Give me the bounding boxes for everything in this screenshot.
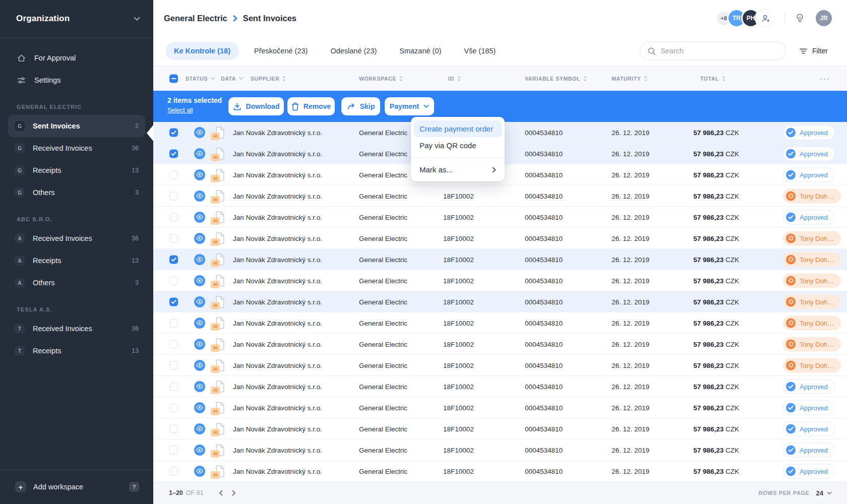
table-row[interactable]: AIJan Novák Zdravotnický s.r.o.General E… [153, 270, 847, 291]
lightbulb-button[interactable] [795, 13, 805, 24]
status-badge[interactable]: Approved [783, 443, 835, 457]
help-button[interactable]: ? [129, 482, 139, 492]
preview-button[interactable] [194, 445, 205, 456]
table-row[interactable]: AIJan Novák Zdravotnický s.r.o.General E… [153, 249, 847, 270]
row-checkbox[interactable] [169, 340, 178, 348]
document-attachment-icon[interactable]: AI [215, 295, 225, 308]
sidebar-item-general-electric-receipts[interactable]: GReceipts13 [8, 159, 145, 181]
skip-button[interactable]: Skip [341, 97, 380, 115]
table-row[interactable]: AIJan Novák Zdravotnický s.r.o.General E… [153, 418, 847, 439]
row-checkbox[interactable] [169, 467, 178, 475]
next-page-button[interactable] [232, 490, 236, 496]
row-checkbox[interactable] [169, 234, 178, 242]
select-all-link[interactable]: Select all [167, 107, 222, 114]
row-checkbox[interactable] [169, 361, 178, 369]
preview-button[interactable] [194, 360, 205, 371]
row-checkbox[interactable] [169, 255, 178, 264]
tab-p-esko-en-23[interactable]: Přeskočené (23) [247, 42, 315, 59]
document-attachment-icon[interactable]: AI [215, 401, 225, 414]
row-checkbox[interactable] [169, 382, 178, 391]
row-checkbox[interactable] [169, 446, 178, 454]
download-button[interactable]: Download [228, 97, 284, 115]
remove-button[interactable]: Remove [287, 97, 335, 115]
status-badge[interactable]: Tony Doh… [783, 188, 841, 203]
search-input[interactable] [660, 47, 778, 55]
document-attachment-icon[interactable]: AI [215, 380, 225, 393]
preview-button[interactable] [194, 191, 205, 202]
document-attachment-icon[interactable]: AI [215, 274, 225, 287]
tab-v-e-185[interactable]: Vše (185) [456, 42, 503, 59]
preview-button[interactable] [194, 339, 205, 350]
document-attachment-icon[interactable]: AI [215, 232, 225, 245]
column-header-status[interactable]: STATUS [186, 76, 215, 82]
preview-button[interactable] [194, 296, 205, 307]
select-all-checkbox[interactable] [169, 74, 178, 83]
add-person-button[interactable] [756, 9, 774, 27]
status-badge[interactable]: Approved [783, 210, 835, 224]
row-checkbox[interactable] [169, 170, 178, 179]
preview-button[interactable] [194, 212, 205, 223]
preview-button[interactable] [194, 254, 205, 265]
preview-button[interactable] [194, 423, 205, 434]
status-badge[interactable]: Approved [783, 167, 835, 182]
row-checkbox[interactable] [169, 319, 178, 327]
sidebar-item-general-electric-others[interactable]: GOthers3 [8, 181, 145, 204]
more-columns-button[interactable]: ··· [820, 74, 830, 83]
status-badge[interactable]: Approved [783, 400, 835, 415]
preview-button[interactable] [194, 275, 205, 286]
document-attachment-icon[interactable]: AI [215, 317, 225, 330]
document-attachment-icon[interactable]: AI [215, 444, 225, 457]
sidebar-item-tesla-a-s-received-invoices[interactable]: TReceived Invoices36 [8, 318, 145, 340]
document-attachment-icon[interactable]: AI [215, 190, 225, 203]
document-attachment-icon[interactable]: AI [215, 126, 225, 139]
preview-button[interactable] [194, 233, 205, 244]
table-row[interactable]: AIJan Novák Zdravotnický s.r.o.General E… [153, 376, 847, 397]
preview-button[interactable] [194, 402, 205, 413]
status-badge[interactable]: Approved [783, 421, 835, 436]
sidebar-item-abc-s-r-o-others[interactable]: AOthers3 [8, 272, 145, 294]
document-attachment-icon[interactable]: AI [215, 168, 225, 181]
status-badge[interactable]: Approved [783, 379, 835, 394]
tab-ke-kontrole-18[interactable]: Ke Kontrole (18) [165, 42, 239, 60]
table-row[interactable]: AIJan Novák Zdravotnický s.r.o.General E… [153, 461, 847, 482]
table-row[interactable]: AIJan Novák Zdravotnický s.r.o.General E… [153, 228, 847, 249]
preview-button[interactable] [194, 318, 205, 329]
document-attachment-icon[interactable]: AI [215, 422, 225, 435]
row-checkbox[interactable] [169, 276, 178, 285]
row-checkbox[interactable] [169, 297, 178, 306]
row-checkbox[interactable] [169, 128, 178, 137]
table-row[interactable]: AIJan Novák Zdravotnický s.r.o.General E… [153, 207, 847, 228]
preview-button[interactable] [194, 169, 205, 180]
table-row[interactable]: AIJan Novák Zdravotnický s.r.o.General E… [153, 185, 847, 207]
status-badge[interactable]: Tony Doh… [783, 358, 841, 372]
document-attachment-icon[interactable]: AI [215, 253, 225, 266]
tab-smazan-0[interactable]: Smazané (0) [392, 42, 449, 59]
document-attachment-icon[interactable]: AI [215, 465, 225, 478]
status-badge[interactable]: Tony Doh… [783, 294, 841, 309]
status-badge[interactable]: Approved [783, 146, 835, 161]
sidebar-item-tesla-a-s-receipts[interactable]: TReceipts13 [8, 340, 145, 362]
column-header-workspace[interactable]: WORKSPACE [359, 75, 403, 82]
payment-button[interactable]: Payment [385, 97, 434, 115]
row-checkbox[interactable] [169, 424, 178, 433]
document-attachment-icon[interactable]: AI [215, 147, 225, 160]
sidebar-item-settings[interactable]: Settings [0, 69, 153, 91]
menu-item-pay-via-qr-code[interactable]: Pay via QR code [414, 137, 502, 154]
status-badge[interactable]: Tony Doh… [783, 252, 841, 267]
breadcrumb-workspace[interactable]: General Electric [164, 14, 227, 23]
column-header-variable-symbol[interactable]: VARIABLE SYMBOL [525, 75, 587, 82]
sidebar-item-general-electric-received-invoices[interactable]: GReceived Invoices36 [8, 137, 145, 159]
sidebar-item-abc-s-r-o-receipts[interactable]: AReceipts13 [8, 249, 145, 272]
preview-button[interactable] [194, 381, 205, 392]
table-row[interactable]: AIJan Novák Zdravotnický s.r.o.General E… [153, 291, 847, 312]
sidebar-item-abc-s-r-o-received-invoices[interactable]: AReceived Invoices36 [8, 227, 145, 249]
table-row[interactable]: AIJan Novák Zdravotnický s.r.o.General E… [153, 312, 847, 334]
user-avatar[interactable]: JR [816, 10, 832, 26]
add-workspace-button[interactable]: + Add workspace ? [0, 470, 153, 504]
document-attachment-icon[interactable]: AI [215, 338, 225, 351]
preview-button[interactable] [194, 127, 205, 138]
column-header-maturity[interactable]: MATURITY [612, 75, 648, 82]
document-attachment-icon[interactable]: AI [215, 211, 225, 224]
row-checkbox[interactable] [169, 403, 178, 412]
menu-item-create-payment-order[interactable]: Create payment order [414, 120, 502, 137]
